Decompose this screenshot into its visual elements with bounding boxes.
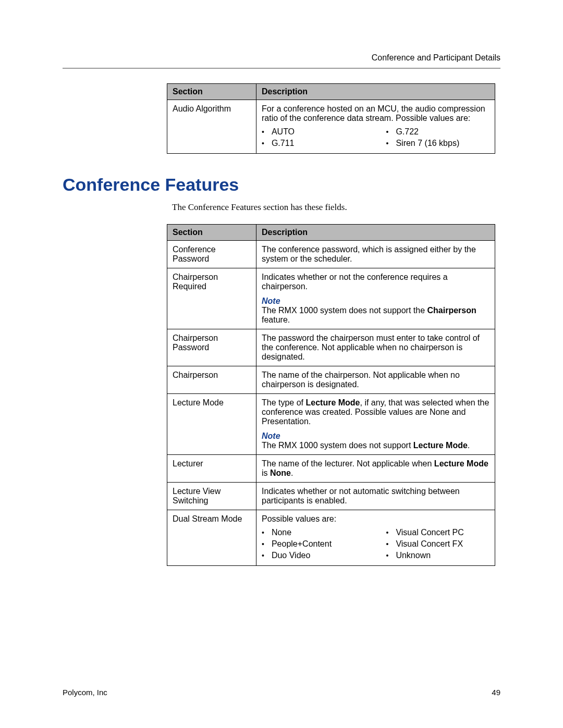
cell-description: The conference password, which is assign… bbox=[256, 241, 495, 268]
table-row: Chairperson Required Indicates whether o… bbox=[167, 268, 495, 329]
bullet-icon: • bbox=[386, 128, 389, 135]
col-header-description: Description bbox=[256, 84, 495, 100]
bullet-list: •AUTO •G.711 •G.722 •Siren 7 (16 kbps) bbox=[262, 126, 489, 149]
cell-description: The password the chairperson must enter … bbox=[256, 329, 495, 366]
desc-text: The type of Lecture Mode, if any, that w… bbox=[262, 398, 489, 426]
cell-section: Dual Stream Mode bbox=[167, 510, 256, 566]
list-item: •Siren 7 (16 kbps) bbox=[386, 138, 490, 149]
table-row: Lecture View Switching Indicates whether… bbox=[167, 483, 495, 510]
cell-section: Lecture View Switching bbox=[167, 483, 256, 510]
table-row: Conference Password The conference passw… bbox=[167, 241, 495, 268]
table-row: Dual Stream Mode Possible values are: •N… bbox=[167, 510, 495, 566]
cell-section: Chairperson bbox=[167, 366, 256, 394]
cell-section: Chairperson Password bbox=[167, 329, 256, 366]
table-row: Chairperson The name of the chairperson.… bbox=[167, 366, 495, 394]
header-title: Conference and Participant Details bbox=[372, 53, 500, 63]
table-row: Audio Algorithm For a conference hosted … bbox=[167, 100, 495, 154]
cell-description: The name of the lecturer. Not applicable… bbox=[256, 455, 495, 483]
note-label: Note bbox=[262, 431, 489, 441]
cell-section: Lecture Mode bbox=[167, 394, 256, 455]
list-item: •Visual Concert PC bbox=[386, 527, 490, 538]
list-item: •Duo Video bbox=[262, 550, 365, 561]
table-header-row: Section Description bbox=[167, 84, 495, 100]
cell-description: Possible values are: •None •People+Conte… bbox=[256, 510, 495, 566]
col-header-section: Section bbox=[167, 225, 256, 241]
cell-section: Conference Password bbox=[167, 241, 256, 268]
note-label: Note bbox=[262, 297, 489, 306]
cell-description: Indicates whether or not automatic switc… bbox=[256, 483, 495, 510]
table-header-row: Section Description bbox=[167, 225, 495, 241]
section-heading: Conference Features bbox=[63, 175, 500, 195]
cell-description: For a conference hosted on an MCU, the a… bbox=[256, 100, 495, 154]
desc-text: For a conference hosted on an MCU, the a… bbox=[262, 104, 485, 122]
col-header-section: Section bbox=[167, 84, 256, 100]
bullet-icon: • bbox=[262, 540, 264, 548]
table-row: Chairperson Password The password the ch… bbox=[167, 329, 495, 366]
list-item: •AUTO bbox=[262, 126, 365, 138]
bullet-icon: • bbox=[262, 140, 264, 147]
footer-company: Polycom, Inc bbox=[63, 688, 107, 697]
bullet-icon: • bbox=[386, 540, 389, 548]
content-area: Section Description Audio Algorithm For … bbox=[63, 83, 500, 566]
conference-features-table: Section Description Conference Password … bbox=[167, 224, 495, 566]
bullet-icon: • bbox=[262, 128, 264, 135]
note-text: The RMX 1000 system does not support the… bbox=[262, 306, 476, 324]
header-divider bbox=[63, 68, 500, 69]
cell-description: The name of the chairperson. Not applica… bbox=[256, 366, 495, 394]
bullet-icon: • bbox=[386, 529, 389, 536]
cell-description: The type of Lecture Mode, if any, that w… bbox=[256, 394, 495, 455]
cell-description: Indicates whether or not the conference … bbox=[256, 268, 495, 329]
table-row: Lecture Mode The type of Lecture Mode, i… bbox=[167, 394, 495, 455]
bullet-icon: • bbox=[386, 140, 389, 147]
list-item: •G.711 bbox=[262, 138, 365, 149]
bullet-icon: • bbox=[262, 552, 264, 559]
bullet-icon: • bbox=[386, 552, 389, 559]
list-item: •G.722 bbox=[386, 126, 490, 138]
cell-section: Lecturer bbox=[167, 455, 256, 483]
cell-section: Chairperson Required bbox=[167, 268, 256, 329]
bullet-list: •None •People+Content •Duo Video •Visual… bbox=[262, 527, 489, 561]
intro-text: The Conference Features section has thes… bbox=[172, 202, 500, 213]
list-item: •Visual Concert FX bbox=[386, 538, 490, 550]
table-row: Lecturer The name of the lecturer. Not a… bbox=[167, 455, 495, 483]
list-item: •None bbox=[262, 527, 365, 538]
cell-section: Audio Algorithm bbox=[167, 100, 256, 154]
note-text: The RMX 1000 system does not support Lec… bbox=[262, 441, 470, 450]
page-number: 49 bbox=[492, 688, 500, 697]
list-item: •People+Content bbox=[262, 538, 365, 550]
col-header-description: Description bbox=[256, 225, 495, 241]
list-item: •Unknown bbox=[386, 550, 490, 561]
page: Conference and Participant Details Secti… bbox=[0, 0, 563, 728]
bullet-icon: • bbox=[262, 529, 264, 536]
audio-algorithm-table: Section Description Audio Algorithm For … bbox=[167, 83, 495, 154]
